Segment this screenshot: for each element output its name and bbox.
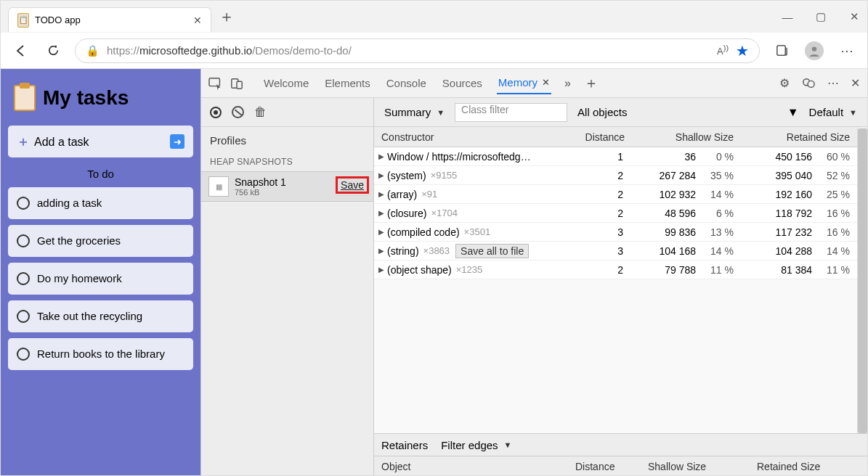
add-task-label: Add a task: [34, 136, 89, 148]
window-maximize-icon[interactable]: ▢: [814, 10, 828, 23]
tab-welcome[interactable]: Welcome: [262, 73, 310, 94]
expand-triangle-icon[interactable]: ▶: [378, 152, 384, 160]
add-task-button[interactable]: ＋Add a task ➜: [8, 126, 193, 157]
expand-triangle-icon[interactable]: ▶: [378, 171, 384, 179]
record-button[interactable]: [210, 107, 222, 118]
window-titlebar: 📋 TODO app ✕ ＋ — ▢ ✕: [1, 1, 867, 33]
task-label: Get the groceries: [37, 234, 121, 248]
profiles-pane: 🗑 Profiles HEAP SNAPSHOTS ▦ Snapshot 1 7…: [201, 98, 374, 476]
read-aloud-icon[interactable]: A)): [717, 44, 729, 57]
feedback-icon[interactable]: [801, 77, 816, 90]
task-label: Take out the recycling: [37, 310, 142, 324]
col-constructor[interactable]: Constructor: [378, 131, 562, 143]
page-url: https://microsoftedge.github.io/Demos/de…: [107, 44, 710, 57]
plus-icon: ＋: [17, 134, 30, 149]
task-label: Do my homework: [37, 272, 122, 286]
section-heading: To do: [8, 168, 193, 180]
tab-close-icon[interactable]: ✕: [193, 15, 202, 26]
add-tab-icon[interactable]: ＋: [584, 73, 599, 93]
device-toggle-icon[interactable]: [230, 77, 243, 90]
summary-dropdown[interactable]: Summary▼: [381, 106, 447, 118]
constructor-row[interactable]: ▶Window / https://microsoftedg… 1 360 % …: [374, 147, 857, 166]
save-tooltip: Save all to file: [455, 244, 529, 258]
profiles-heading: Profiles: [201, 127, 373, 154]
task-item[interactable]: Do my homework: [8, 263, 193, 295]
task-item[interactable]: Get the groceries: [8, 225, 193, 257]
constructor-row[interactable]: ▶(array)×91 2 102 93214 % 192 16025 %: [374, 185, 857, 204]
retainers-tab[interactable]: Retainers: [381, 439, 428, 451]
svg-rect-4: [237, 81, 242, 89]
back-button[interactable]: [11, 41, 31, 61]
task-checkbox[interactable]: [17, 348, 30, 361]
submit-arrow-icon[interactable]: ➜: [170, 134, 184, 149]
new-tab-button[interactable]: ＋: [219, 6, 235, 28]
collections-icon[interactable]: [771, 41, 792, 61]
settings-gear-icon[interactable]: ⚙: [779, 76, 790, 90]
constructor-row[interactable]: ▶(closure)×1704 2 48 5966 % 118 79216 %: [374, 204, 857, 223]
tab-close-icon[interactable]: ✕: [542, 77, 550, 88]
task-label: Return books to the library: [37, 348, 165, 361]
tab-sources[interactable]: Sources: [441, 73, 484, 94]
constructor-row[interactable]: ▶(object shape)×1235 2 79 78811 % 81 384…: [374, 260, 857, 279]
task-item[interactable]: Return books to the library: [8, 338, 193, 370]
col-retained[interactable]: Retained Size: [737, 131, 853, 143]
task-item[interactable]: Take out the recycling: [8, 300, 193, 332]
filter-edges-dropdown[interactable]: Filter edges ▼: [438, 439, 514, 451]
favorite-star-icon[interactable]: ★: [736, 42, 749, 60]
task-item[interactable]: adding a task: [8, 187, 193, 219]
delete-button[interactable]: 🗑: [254, 105, 267, 120]
app-logo-icon: [14, 85, 36, 111]
lock-icon: 🔒: [86, 44, 100, 57]
col-shallow[interactable]: Shallow Size: [628, 131, 737, 143]
snapshot-thumb-icon: ▦: [208, 176, 229, 197]
constructor-row[interactable]: ▶(system)×9155 2 267 28435 % 395 04052 %: [374, 166, 857, 185]
ret-col-retained[interactable]: Retained Size: [754, 461, 863, 472]
vertical-scrollbar[interactable]: [857, 127, 867, 433]
ret-col-object[interactable]: Object: [378, 461, 572, 472]
window-close-icon[interactable]: ✕: [847, 10, 861, 23]
all-objects-caret-icon[interactable]: ▼: [787, 106, 799, 119]
refresh-button[interactable]: [43, 41, 63, 61]
expand-triangle-icon[interactable]: ▶: [378, 247, 384, 255]
tab-elements[interactable]: Elements: [323, 73, 372, 94]
col-distance[interactable]: Distance: [562, 131, 628, 143]
memory-pane: Summary▼ Class filter All objects ▼ Defa…: [374, 98, 867, 476]
expand-triangle-icon[interactable]: ▶: [378, 209, 384, 217]
all-objects-dropdown[interactable]: All objects: [575, 106, 630, 118]
default-dropdown[interactable]: Default▼: [806, 106, 860, 118]
svg-point-1: [812, 46, 816, 51]
task-checkbox[interactable]: [17, 310, 30, 323]
tabs-overflow-icon[interactable]: »: [564, 77, 571, 90]
url-box[interactable]: 🔒 https://microsoftedge.github.io/Demos/…: [75, 38, 760, 63]
devtools-menu-icon[interactable]: ⋯: [827, 76, 839, 90]
browser-menu-icon[interactable]: ⋯: [837, 41, 857, 61]
browser-tab[interactable]: 📋 TODO app ✕: [8, 7, 211, 32]
ret-col-distance[interactable]: Distance: [572, 461, 645, 472]
devtools-panel: Welcome Elements Console Sources Memory✕…: [200, 69, 867, 476]
inspect-icon[interactable]: [208, 77, 223, 90]
ret-col-shallow[interactable]: Shallow Size: [645, 461, 754, 472]
snapshot-save-link[interactable]: Save: [336, 176, 369, 194]
svg-point-6: [808, 81, 814, 87]
class-filter-input[interactable]: Class filter: [455, 103, 567, 122]
expand-triangle-icon[interactable]: ▶: [378, 266, 384, 274]
todo-app: My tasks ＋Add a task ➜ To do adding a ta…: [1, 69, 200, 476]
clear-button[interactable]: [232, 106, 244, 118]
constructor-row[interactable]: ▶(string)×3863Save all to file 3 104 168…: [374, 242, 857, 260]
tab-console[interactable]: Console: [385, 73, 428, 94]
task-checkbox[interactable]: [17, 197, 30, 210]
profile-avatar-icon[interactable]: [805, 41, 824, 60]
task-label: adding a task: [37, 197, 102, 210]
constructor-row[interactable]: ▶(compiled code)×3501 3 99 83613 % 117 2…: [374, 223, 857, 242]
window-minimize-icon[interactable]: —: [780, 11, 795, 23]
expand-triangle-icon[interactable]: ▶: [378, 228, 384, 236]
snapshot-item[interactable]: ▦ Snapshot 1 756 kB Save: [201, 171, 373, 202]
task-checkbox[interactable]: [17, 234, 30, 247]
svg-rect-0: [776, 46, 784, 55]
tab-memory[interactable]: Memory✕: [497, 72, 551, 94]
expand-triangle-icon[interactable]: ▶: [378, 190, 384, 198]
devtools-close-icon[interactable]: ✕: [851, 76, 860, 90]
address-bar: 🔒 https://microsoftedge.github.io/Demos/…: [1, 33, 867, 69]
app-title: My tasks: [43, 86, 129, 110]
task-checkbox[interactable]: [17, 272, 30, 285]
